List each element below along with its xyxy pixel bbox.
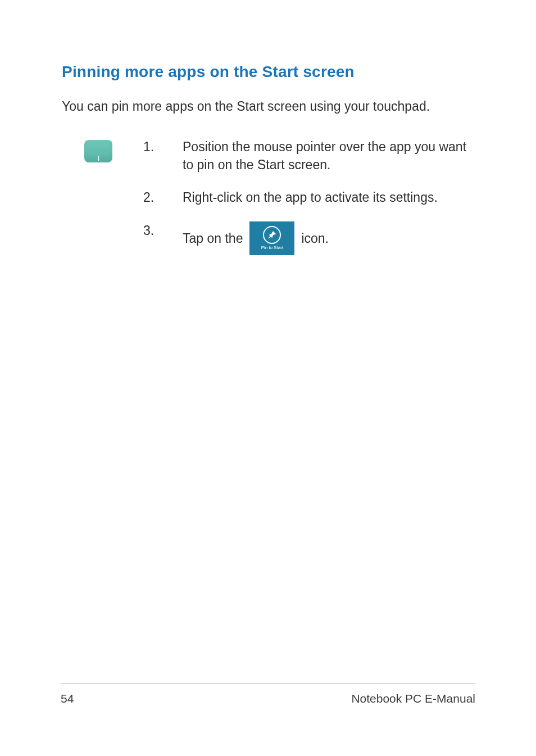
document-page: Pinning more apps on the Start screen Yo… [0,0,536,756]
step-item: 3. Tap on the Pin to Start icon. [143,221,475,255]
step-text: Tap on the Pin to Start icon. [183,221,475,255]
step-text: Right-click on the app to activate its s… [183,188,475,206]
step-number: 1. [143,138,183,156]
pin-to-start-icon: Pin to Start [249,221,294,255]
step-suffix: icon. [301,229,329,247]
footer-divider [61,683,475,684]
step-item: 1. Position the mouse pointer over the a… [143,138,475,174]
instruction-block: 1. Position the mouse pointer over the a… [62,138,475,270]
steps-list: 1. Position the mouse pointer over the a… [143,138,475,270]
step-item: 2. Right-click on the app to activate it… [143,188,475,206]
footer-row: 54 Notebook PC E-Manual [61,692,475,705]
pin-icon-label: Pin to Start [261,246,284,250]
pin-circle-icon [263,226,281,244]
step-text: Position the mouse pointer over the app … [183,138,475,174]
touchpad-icon [84,140,112,162]
doc-title: Notebook PC E-Manual [351,692,475,705]
section-heading: Pinning more apps on the Start screen [62,63,475,81]
page-number: 54 [61,692,74,705]
step-number: 3. [143,221,183,239]
step-number: 2. [143,188,183,206]
page-footer: 54 Notebook PC E-Manual [61,683,475,705]
step-prefix: Tap on the [183,229,243,247]
intro-paragraph: You can pin more apps on the Start scree… [62,98,475,115]
